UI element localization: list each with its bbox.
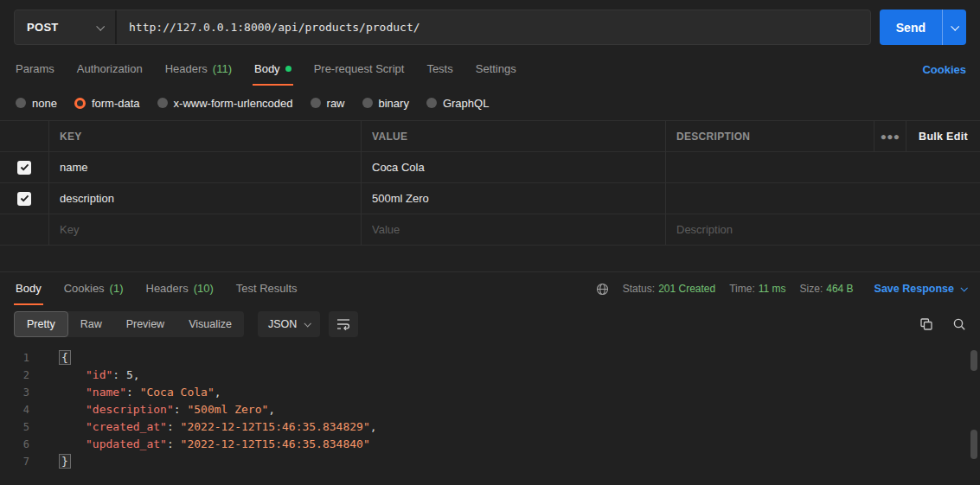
tab-label: Cookies <box>64 282 105 295</box>
mode-none-radio[interactable]: none <box>16 97 57 110</box>
line-number: 2 <box>0 367 43 384</box>
json-value: "500ml Zero" <box>187 403 268 416</box>
check-icon <box>20 163 29 171</box>
more-options-button[interactable]: ●●● <box>874 121 906 151</box>
column-header-key: KEY <box>48 121 361 151</box>
code-line: 2 "id": 5, <box>0 367 980 384</box>
key-cell[interactable]: description <box>48 183 361 214</box>
scrollbar-thumb[interactable] <box>970 350 977 371</box>
send-button[interactable]: Send <box>880 10 942 45</box>
key-cell[interactable]: name <box>48 152 361 182</box>
wrap-text-button[interactable] <box>329 311 358 337</box>
save-response-button[interactable]: Save Response <box>874 283 966 295</box>
value-cell[interactable]: Coca Cola <box>361 152 665 182</box>
view-tab-pretty[interactable]: Pretty <box>14 311 68 337</box>
json-separator: : <box>126 386 140 399</box>
checkbox-checked[interactable] <box>17 161 31 175</box>
mode-binary-radio[interactable]: binary <box>362 97 409 110</box>
save-response-label: Save Response <box>874 283 954 295</box>
mode-graphql-radio[interactable]: GraphQL <box>426 97 489 110</box>
tab-label: Pre-request Script <box>314 62 405 75</box>
column-header-description: DESCRIPTION <box>665 121 874 151</box>
json-key: "created_at" <box>86 420 167 433</box>
radio-icon <box>362 98 373 108</box>
code-line: 3 "name": "Coca Cola", <box>0 384 980 401</box>
value-input[interactable] <box>372 223 655 236</box>
json-separator: : <box>167 437 181 450</box>
tab-headers[interactable]: Headers (11) <box>163 54 234 86</box>
cookies-link[interactable]: Cookies <box>922 63 966 76</box>
view-tab-preview[interactable]: Preview <box>114 312 176 336</box>
response-body-editor[interactable]: 1 { 2 "id": 5, 3 "name": "Coca Cola", 4 … <box>0 345 980 485</box>
time-value: 11 ms <box>759 283 786 295</box>
response-meta: Status: 201 Created Time: 11 ms Size: 46… <box>596 272 966 305</box>
tab-count: (11) <box>213 62 232 75</box>
description-cell[interactable] <box>665 152 980 182</box>
checkbox-checked[interactable] <box>17 192 31 206</box>
view-switcher: Pretty Raw Preview Visualize <box>14 311 244 337</box>
tab-label: Authorization <box>77 62 143 75</box>
mode-label: GraphQL <box>443 97 489 110</box>
size-label: Size: <box>800 283 823 295</box>
mode-raw-radio[interactable]: raw <box>311 97 345 110</box>
json-value: "2022-12-12T15:46:35.834829" <box>181 420 370 433</box>
tab-label: Headers <box>146 282 189 295</box>
toolbar-right-icons <box>919 317 966 331</box>
mode-form-data-radio[interactable]: form-data <box>74 97 140 110</box>
row-checkbox-cell <box>0 214 48 245</box>
copy-button[interactable] <box>919 317 933 331</box>
method-select[interactable]: POST <box>15 10 117 44</box>
chevron-down-icon <box>960 284 967 291</box>
tab-settings[interactable]: Settings <box>474 54 518 86</box>
line-number: 1 <box>0 349 43 367</box>
json-comma: , <box>370 420 377 433</box>
body-mode-options: none form-data x-www-form-urlencoded raw… <box>0 86 980 120</box>
json-comma: , <box>268 403 275 416</box>
tab-prerequest-script[interactable]: Pre-request Script <box>312 54 407 86</box>
send-options-button[interactable] <box>942 10 966 45</box>
mode-label: none <box>32 97 57 110</box>
response-tab-body[interactable]: Body <box>14 272 43 305</box>
tab-label: Headers <box>165 62 208 75</box>
value-cell[interactable]: 500ml Zero <box>361 183 665 214</box>
network-globe-icon[interactable] <box>596 283 609 296</box>
tab-count: (10) <box>194 282 214 295</box>
tab-label: Body <box>254 62 280 75</box>
tab-tests[interactable]: Tests <box>425 54 454 86</box>
mode-x-www-form-urlencoded-radio[interactable]: x-www-form-urlencoded <box>157 97 293 110</box>
key-input[interactable] <box>60 223 350 236</box>
form-data-table: KEY VALUE DESCRIPTION ●●● Bulk Edit name… <box>0 120 980 246</box>
chevron-down-icon <box>96 22 105 31</box>
view-tab-visualize[interactable]: Visualize <box>176 312 244 336</box>
line-number: 4 <box>0 401 43 418</box>
description-input[interactable] <box>676 223 970 236</box>
response-tab-headers[interactable]: Headers (10) <box>144 272 215 305</box>
response-tab-test-results[interactable]: Test Results <box>234 272 299 305</box>
view-tab-raw[interactable]: Raw <box>68 312 114 336</box>
send-label: Send <box>896 21 926 35</box>
column-header-value: VALUE <box>361 121 665 151</box>
mode-label: x-www-form-urlencoded <box>174 97 293 110</box>
response-tabs: Body Cookies (1) Headers (10) Test Resul… <box>0 272 980 305</box>
bulk-edit-button[interactable]: Bulk Edit <box>906 121 980 151</box>
tab-label: Tests <box>426 62 452 75</box>
url-input[interactable] <box>117 10 870 44</box>
description-cell[interactable] <box>665 183 980 214</box>
search-button[interactable] <box>952 317 966 331</box>
json-key: "updated_at" <box>86 437 167 450</box>
json-separator: : <box>112 368 126 381</box>
scrollbar-thumb[interactable] <box>970 430 977 459</box>
tab-label: Body <box>16 282 42 295</box>
check-icon <box>20 195 29 202</box>
format-select[interactable]: JSON <box>258 311 320 337</box>
tab-authorization[interactable]: Authorization <box>75 54 144 86</box>
tab-body[interactable]: Body <box>253 54 293 86</box>
response-tab-cookies[interactable]: Cookies (1) <box>62 272 125 305</box>
table-row: name Coca Cola <box>0 152 980 183</box>
chevron-down-icon <box>951 22 959 31</box>
code-line: 7 } <box>0 453 980 470</box>
json-key: "name" <box>86 386 126 399</box>
json-separator: : <box>174 403 188 416</box>
tab-params[interactable]: Params <box>14 54 56 86</box>
json-comma: , <box>215 386 221 399</box>
